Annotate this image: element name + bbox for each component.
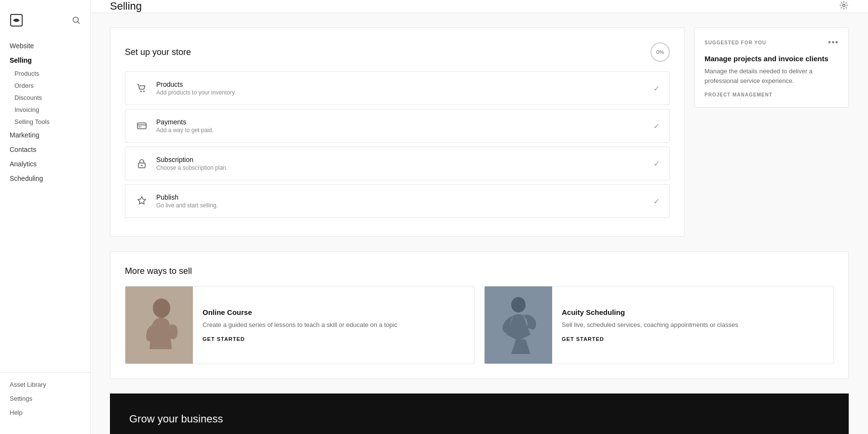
online-course-image — [125, 286, 193, 364]
sidebar-item-help[interactable]: Help — [0, 406, 90, 420]
sidebar-item-discounts[interactable]: Discounts — [0, 92, 90, 104]
setup-step-payments-info: Payments Add a way to get paid. — [156, 118, 214, 134]
page-title: Selling — [110, 0, 142, 13]
setup-progress-badge: 0% — [651, 42, 670, 62]
setup-card-header: Set up your store 0% — [125, 42, 670, 62]
setup-step-payments-name: Payments — [156, 118, 214, 126]
check-icon-payments: ✓ — [653, 122, 660, 131]
svg-line-2 — [78, 22, 80, 24]
sidebar-logo-area — [0, 10, 90, 39]
main-content: Selling Set up your store 0% — [91, 0, 868, 434]
more-item-online-course[interactable]: Online Course Create a guided series of … — [125, 286, 475, 364]
cart-icon — [135, 81, 149, 95]
acuity-content: Acuity Scheduling Sell live, scheduled s… — [552, 286, 748, 364]
suggested-header: Suggested for you ••• — [705, 38, 839, 48]
sidebar-nav: Website Selling Products Orders Discount… — [0, 39, 90, 372]
setup-step-publish-info: Publish Go live and start selling. — [156, 193, 218, 209]
check-icon-publish: ✓ — [653, 197, 660, 206]
suggested-desc: Manage the details needed to deliver a p… — [705, 67, 839, 85]
acuity-image — [485, 286, 552, 364]
sidebar-item-selling-tools[interactable]: Selling Tools — [0, 116, 90, 128]
sidebar-item-scheduling[interactable]: Scheduling — [0, 171, 90, 186]
online-course-content: Online Course Create a guided series of … — [193, 286, 407, 364]
settings-gear-icon[interactable] — [839, 0, 849, 12]
online-course-cta-button[interactable]: Get Started — [203, 336, 397, 342]
acuity-cta-button[interactable]: Get Started — [562, 336, 738, 342]
setup-step-subscription[interactable]: Subscription Choose a subscription plan.… — [125, 147, 670, 180]
setup-step-products-info: Products Add products to your inventory. — [156, 81, 236, 96]
sidebar-item-invoicing[interactable]: Invoicing — [0, 104, 90, 116]
sidebar-item-settings[interactable]: Settings — [0, 392, 90, 406]
setup-step-products-left: Products Add products to your inventory. — [135, 81, 236, 96]
acuity-desc: Sell live, scheduled services, coaching … — [562, 320, 738, 330]
svg-point-1 — [73, 17, 79, 23]
online-course-name: Online Course — [203, 308, 397, 316]
setup-step-products-desc: Add products to your inventory. — [156, 89, 236, 96]
sidebar-item-asset-library[interactable]: Asset Library — [0, 378, 90, 392]
logo-icon[interactable] — [10, 14, 23, 29]
check-icon-products: ✓ — [653, 84, 660, 93]
more-ways-card: More ways to sell — [110, 251, 849, 379]
online-course-desc: Create a guided series of lessons to tea… — [203, 320, 397, 330]
svg-point-5 — [143, 91, 145, 92]
svg-point-10 — [141, 165, 143, 166]
publish-icon — [135, 194, 149, 208]
grow-section: Grow your business — [110, 393, 849, 434]
sidebar-item-selling[interactable]: Selling — [0, 53, 90, 68]
setup-step-publish-desc: Go live and start selling. — [156, 202, 218, 209]
grow-title: Grow your business — [129, 413, 223, 425]
setup-step-publish[interactable]: Publish Go live and start selling. ✓ — [125, 184, 670, 218]
sidebar-item-products[interactable]: Products — [0, 68, 90, 80]
sidebar-item-analytics[interactable]: Analytics — [0, 157, 90, 171]
setup-step-publish-left: Publish Go live and start selling. — [135, 193, 218, 209]
suggested-more-icon[interactable]: ••• — [828, 38, 839, 48]
setup-step-products-name: Products — [156, 81, 236, 88]
sidebar-item-orders[interactable]: Orders — [0, 80, 90, 92]
setup-step-subscription-left: Subscription Choose a subscription plan. — [135, 156, 228, 171]
svg-point-14 — [511, 297, 526, 312]
sidebar-bottom: Asset Library Settings Help — [0, 372, 90, 424]
setup-step-subscription-desc: Choose a subscription plan. — [156, 164, 228, 171]
more-ways-grid: Online Course Create a guided series of … — [125, 286, 834, 364]
lock-icon — [135, 157, 149, 170]
sidebar-item-marketing[interactable]: Marketing — [0, 128, 90, 142]
setup-step-payments[interactable]: Payments Add a way to get paid. ✓ — [125, 109, 670, 143]
svg-rect-6 — [137, 123, 146, 129]
svg-point-4 — [140, 91, 142, 92]
setup-card: Set up your store 0% — [110, 27, 685, 237]
suggested-label: Suggested for you — [705, 40, 766, 45]
check-icon-subscription: ✓ — [653, 159, 660, 168]
setup-step-subscription-info: Subscription Choose a subscription plan. — [156, 156, 228, 171]
suggested-card: Suggested for you ••• Manage projects an… — [694, 27, 849, 108]
suggested-title: Manage projects and invoice clients — [705, 54, 839, 63]
more-item-acuity[interactable]: Acuity Scheduling Sell live, scheduled s… — [484, 286, 834, 364]
suggested-tag: Project Management — [705, 92, 839, 97]
setup-card-title: Set up your store — [125, 47, 191, 57]
setup-step-payments-left: Payments Add a way to get paid. — [135, 118, 214, 134]
setup-step-products[interactable]: Products Add products to your inventory.… — [125, 71, 670, 105]
search-icon[interactable] — [72, 16, 81, 27]
sidebar: Website Selling Products Orders Discount… — [0, 0, 91, 434]
main-body: Set up your store 0% — [91, 13, 868, 434]
setup-step-subscription-name: Subscription — [156, 156, 228, 163]
card-icon — [135, 119, 149, 133]
sidebar-item-contacts[interactable]: Contacts — [0, 142, 90, 157]
sidebar-item-website[interactable]: Website — [0, 39, 90, 53]
setup-step-payments-desc: Add a way to get paid. — [156, 127, 214, 134]
svg-point-3 — [843, 4, 845, 7]
svg-point-12 — [153, 298, 170, 318]
main-header: Selling — [91, 0, 868, 13]
setup-step-publish-name: Publish — [156, 193, 218, 201]
acuity-name: Acuity Scheduling — [562, 308, 738, 316]
top-section: Set up your store 0% — [110, 27, 849, 237]
more-ways-title: More ways to sell — [125, 266, 834, 276]
